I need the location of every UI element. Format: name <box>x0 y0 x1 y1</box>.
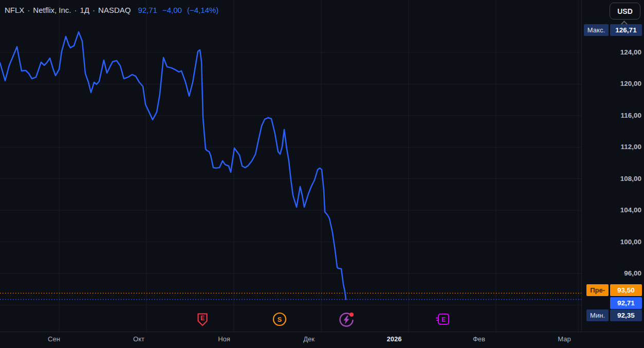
price-tick-label: 116,00 <box>620 111 641 120</box>
currency-button[interactable]: USD <box>610 3 640 20</box>
price-tick-label: 120,00 <box>620 79 641 88</box>
time-axis-label: Окт <box>123 335 154 343</box>
time-axis[interactable]: СенОктНояДек2026ФевМар <box>0 332 644 348</box>
time-axis-label: Сен <box>39 335 69 343</box>
estimates-icon[interactable]: E <box>435 312 451 328</box>
max-label: Макс. <box>584 24 609 36</box>
time-axis-label: Мар <box>549 335 580 343</box>
prev-close-value: 93,50 <box>610 284 642 296</box>
price-tick-label: 100,00 <box>620 237 641 247</box>
time-axis-label: 2026 <box>379 335 410 343</box>
price-tick-label: 104,00 <box>620 206 641 215</box>
separator: · <box>93 6 95 14</box>
exchange-label: NASDAQ <box>98 6 131 14</box>
max-value: 126,71 <box>610 24 642 36</box>
company-name: Netflix, Inc. <box>33 6 71 14</box>
min-value: 92,35 <box>610 309 642 321</box>
time-axis-label: Фев <box>464 335 494 343</box>
price-axis[interactable]: Макс. 126,71 Пре- 93,50 92,71 Мин. 92,35… <box>581 0 644 332</box>
svg-text:E: E <box>200 315 205 322</box>
prev-close-label: Пре- <box>586 284 609 296</box>
session-max-badge: Макс. 126,71 <box>584 24 642 36</box>
interval-label: 1Д <box>80 6 90 14</box>
symbol-label[interactable]: NFLX <box>5 6 24 14</box>
time-axis-label: Ноя <box>209 335 240 343</box>
notification-dot <box>349 313 354 317</box>
price-tick-label: 96,00 <box>624 269 641 278</box>
separator: · <box>27 6 30 14</box>
price-change-text: −4,00 <box>162 6 182 14</box>
price-change-pct-text: (−4,14%) <box>187 6 218 14</box>
last-price-value: 92,71 <box>610 297 642 309</box>
alert-lightning-icon[interactable] <box>338 311 356 331</box>
prev-close-badge: Пре- 93,50 <box>586 284 642 296</box>
last-price-text: 92,71 <box>138 6 157 14</box>
price-tick-label: 112,00 <box>620 142 641 152</box>
price-chart-svg <box>0 0 644 348</box>
min-label: Мин. <box>586 309 609 321</box>
session-min-badge: Мин. 92,35 <box>586 309 642 321</box>
earnings-icon[interactable]: E <box>197 313 208 329</box>
last-price-badge: 92,71 <box>610 297 642 309</box>
splits-icon[interactable]: S <box>272 312 287 329</box>
price-tick-label: 108,00 <box>620 174 641 184</box>
price-line <box>0 32 346 299</box>
time-axis-label: Дек <box>293 335 324 343</box>
svg-text:S: S <box>278 316 282 323</box>
svg-text:E: E <box>441 316 446 323</box>
price-tick-label: 124,00 <box>620 48 641 57</box>
separator: · <box>75 6 77 14</box>
tradingview-chart-widget: { "header": { "symbol": "NFLX", "company… <box>0 0 644 348</box>
symbol-header: NFLX·Netflix, Inc.·1Д·NASDAQ92,71−4,00(−… <box>5 6 218 14</box>
